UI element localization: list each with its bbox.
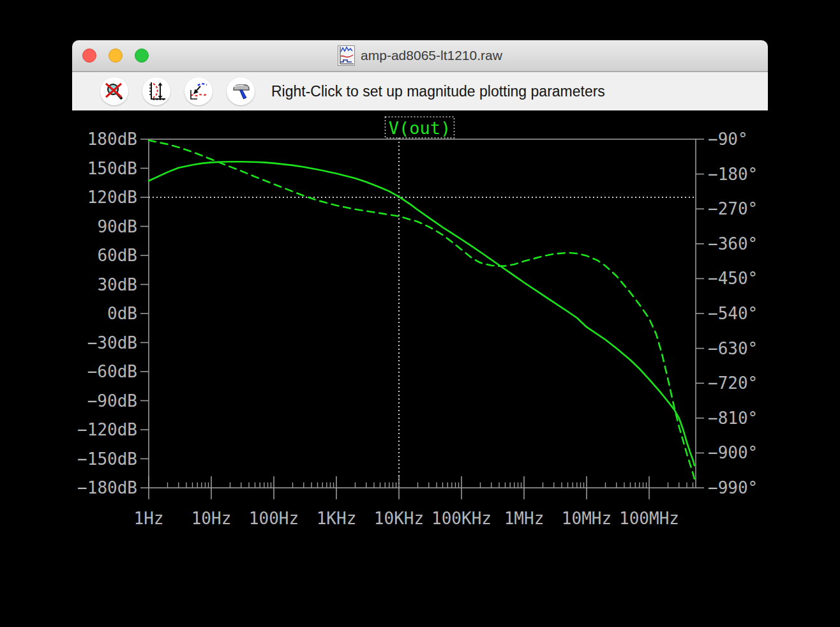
zoom-to-fit-icon	[189, 82, 208, 101]
tick-label: −120dB	[77, 420, 137, 439]
tick-label: −90°	[708, 130, 748, 149]
plot-border	[149, 139, 696, 488]
y-axis-right: −90°−180°−270°−360°−450°−540°−630°−720°−…	[696, 130, 758, 497]
tick-label: 10Hz	[191, 509, 232, 528]
tick-label: 1MHz	[504, 509, 544, 528]
tick-label: 150dB	[87, 159, 137, 178]
traces	[149, 140, 695, 481]
close-button[interactable]	[82, 49, 96, 63]
window-title-group: amp-ad8065-lt1210.raw	[338, 45, 502, 66]
trace-label-group[interactable]: V(out)	[386, 117, 454, 138]
window-title: amp-ad8065-lt1210.raw	[361, 48, 502, 63]
waveform-plot[interactable]: 180dB150dB120dB90dB60dB30dB0dB−30dB−60dB…	[72, 110, 768, 627]
tick-label: 100Hz	[249, 509, 299, 528]
cursor-crosshair[interactable]	[149, 138, 696, 488]
tick-label: 100MHz	[619, 509, 679, 528]
tick-label: −810°	[708, 409, 758, 428]
tick-label: −180dB	[77, 478, 137, 497]
tick-label: 30dB	[97, 275, 137, 294]
tick-label: −900°	[708, 443, 758, 462]
tick-label: −990°	[708, 478, 758, 497]
zoom-to-fit-button[interactable]	[184, 77, 213, 105]
status-hint-text: Right-Click to set up magnitude plotting…	[271, 83, 605, 100]
tick-label: 10MHz	[562, 509, 611, 528]
tick-label: 60dB	[97, 246, 137, 265]
autorange-y-button[interactable]	[142, 77, 170, 105]
tick-label: 180dB	[87, 130, 137, 149]
tick-label: −30dB	[87, 333, 137, 352]
tick-label: 120dB	[87, 188, 137, 207]
phase-trace	[149, 140, 695, 481]
autorange-y-icon	[147, 82, 166, 101]
tick-label: −150dB	[77, 449, 137, 469]
tick-label: −270°	[708, 199, 758, 218]
tick-label: −90dB	[87, 391, 137, 411]
zoom-back-icon	[105, 82, 124, 101]
tick-label: 0dB	[107, 304, 137, 323]
minimize-button[interactable]	[109, 49, 123, 63]
x-axis: 1Hz10Hz100Hz1KHz10KHz100KHz1MHz10MHz100M…	[134, 476, 693, 528]
tick-label: −630°	[708, 339, 758, 358]
ltspice-waveform-window: amp-ad8065-lt1210.raw	[72, 40, 768, 627]
trace-label: V(out)	[389, 118, 451, 138]
waveform-document-icon	[338, 45, 355, 66]
tick-label: 10KHz	[374, 509, 424, 528]
tick-label: −540°	[708, 304, 758, 323]
tick-label: −360°	[708, 234, 758, 253]
control-panel-button[interactable]	[227, 77, 255, 105]
traffic-lights	[82, 49, 149, 63]
zoom-button[interactable]	[135, 49, 149, 63]
tick-label: 100KHz	[431, 509, 491, 528]
tick-label: −720°	[708, 374, 758, 393]
tick-label: 1KHz	[317, 509, 357, 528]
control-panel-hammer-icon	[231, 82, 250, 101]
tick-label: −60dB	[87, 362, 137, 381]
tick-label: 1Hz	[134, 509, 164, 528]
tick-label: −180°	[708, 165, 758, 184]
y-axis-left: 180dB150dB120dB90dB60dB30dB0dB−30dB−60dB…	[77, 130, 149, 497]
zoom-back-button[interactable]	[100, 77, 128, 105]
tick-label: 90dB	[97, 217, 137, 236]
toolbar: Right-Click to set up magnitude plotting…	[72, 71, 768, 110]
waveform-plot-pane[interactable]: 180dB150dB120dB90dB60dB30dB0dB−30dB−60dB…	[72, 110, 768, 627]
title-bar[interactable]: amp-ad8065-lt1210.raw	[72, 40, 768, 71]
tick-label: −450°	[708, 269, 758, 288]
magnitude-trace	[149, 162, 694, 465]
